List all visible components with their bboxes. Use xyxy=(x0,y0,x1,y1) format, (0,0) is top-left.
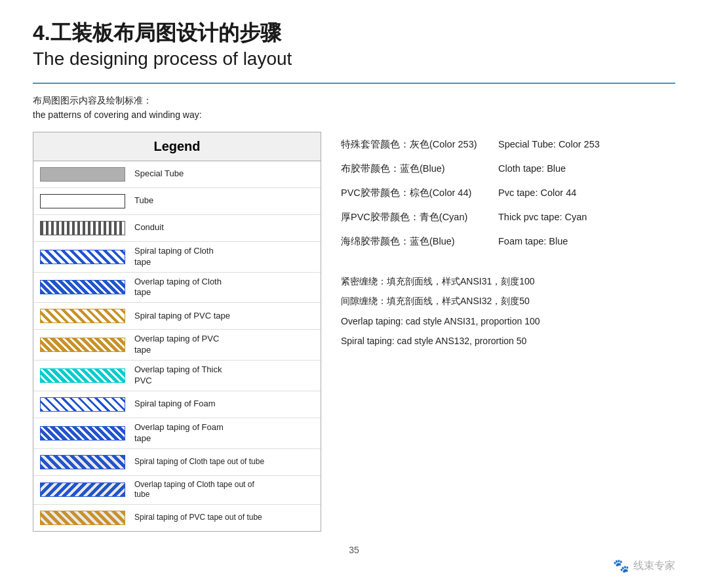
overlap-cloth-icon xyxy=(40,278,125,296)
watermark-text: 线束专家 xyxy=(633,559,675,573)
subtitle-section: 布局图图示内容及绘制标准： the patterns of covering a… xyxy=(33,93,675,123)
info-bottom-row: Overlap taping: cad style ANSI31, propor… xyxy=(341,314,675,328)
watermark: 🐾 线束专家 xyxy=(613,558,675,574)
info-english: Thick pvc tape: Cyan xyxy=(498,212,587,222)
info-row: 海绵胶带颜色：蓝色(Blue) Foam tape: Blue xyxy=(341,235,675,248)
info-bottom-row: 间隙缠绕：填充剖面线，样式ANSI32，刻度50 xyxy=(341,294,675,308)
conduit-icon xyxy=(40,219,125,237)
info-english: Cloth tape: Blue xyxy=(498,163,566,174)
list-item: Overlap taping of Cloth tape out oftube xyxy=(33,476,321,505)
legend-header: Legend xyxy=(33,132,321,161)
info-chinese: 布胶带颜色：蓝色(Blue) xyxy=(341,163,485,175)
title-english: The designing process of layout xyxy=(33,47,675,71)
tube-icon xyxy=(40,192,125,210)
legend-label: Spiral taping of Cloth tape out of tube xyxy=(134,457,264,467)
subtitle-line2: the patterns of covering and winding way… xyxy=(33,108,675,122)
list-item: Tube xyxy=(33,188,321,215)
special-tube-icon xyxy=(40,165,125,184)
info-bottom-row: Spiral taping: cad style ANS132, prorort… xyxy=(341,334,675,348)
info-english: Special Tube: Color 253 xyxy=(498,139,600,149)
title-chinese: 4.工装板布局图设计的步骤 xyxy=(33,20,675,47)
watermark-icon: 🐾 xyxy=(613,558,629,574)
overlap-thick-icon xyxy=(40,366,125,385)
list-item: Overlap taping of ThickPVC xyxy=(33,361,321,391)
page-number: 35 xyxy=(33,545,675,555)
legend-label: Spiral taping of Clothtape xyxy=(134,246,214,268)
info-row: 特殊套管颜色：灰色(Color 253) Special Tube: Color… xyxy=(341,138,675,151)
content-area: Legend Special Tube Tube Conduit xyxy=(33,132,675,532)
info-panel: 特殊套管颜色：灰色(Color 253) Special Tube: Color… xyxy=(341,132,675,354)
info-chinese: 厚PVC胶带颜色：青色(Cyan) xyxy=(341,211,485,224)
info-section-bottom: 紧密缠绕：填充剖面线，样式ANSI31，刻度100 间隙缠绕：填充剖面线，样式A… xyxy=(341,274,675,349)
list-item: Spiral taping of PVC tape out of tube xyxy=(33,505,321,531)
list-item: Spiral taping of Clothtape xyxy=(33,242,321,273)
info-section-top: 特殊套管颜色：灰色(Color 253) Special Tube: Color… xyxy=(341,138,675,248)
legend-label: Overlap taping of Clothtape xyxy=(134,277,222,299)
info-bottom-row: 紧密缠绕：填充剖面线，样式ANSI31，刻度100 xyxy=(341,274,675,288)
info-row: PVC胶带颜色：棕色(Color 44) Pvc tape: Color 44 xyxy=(341,187,675,199)
divider xyxy=(33,83,675,84)
legend-label: Spiral taping of PVC tape xyxy=(134,311,230,322)
list-item: Conduit xyxy=(33,215,321,242)
spiral-cloth-out-icon xyxy=(40,453,125,471)
list-item: Spiral taping of Foam xyxy=(33,391,321,418)
info-chinese: 海绵胶带颜色：蓝色(Blue) xyxy=(341,235,485,248)
info-row: 布胶带颜色：蓝色(Blue) Cloth tape: Blue xyxy=(341,163,675,175)
info-english: Foam tape: Blue xyxy=(498,236,568,246)
legend-label: Special Tube xyxy=(134,168,184,180)
info-chinese: PVC胶带颜色：棕色(Color 44) xyxy=(341,187,485,199)
spiral-foam-icon xyxy=(40,395,125,414)
subtitle-line1: 布局图图示内容及绘制标准： xyxy=(33,93,675,108)
title-section: 4.工装板布局图设计的步骤 The designing process of l… xyxy=(33,20,675,71)
legend-label: Overlap taping of Cloth tape out oftube xyxy=(134,480,254,500)
legend-label: Spiral taping of Foam xyxy=(134,399,216,410)
list-item: Overlap taping of Clothtape xyxy=(33,273,321,304)
legend-label: Overlap taping of Foamtape xyxy=(134,422,224,444)
info-row: 厚PVC胶带颜色：青色(Cyan) Thick pvc tape: Cyan xyxy=(341,211,675,224)
legend-label: Spiral taping of PVC tape out of tube xyxy=(134,513,262,523)
legend-label: Tube xyxy=(134,195,153,206)
info-english: Pvc tape: Color 44 xyxy=(498,187,576,198)
legend-label: Conduit xyxy=(134,222,164,233)
list-item: Special Tube xyxy=(33,161,321,188)
list-item: Spiral taping of PVC tape xyxy=(33,303,321,330)
list-item: Spiral taping of Cloth tape out of tube xyxy=(33,449,321,476)
info-chinese: 特殊套管颜色：灰色(Color 253) xyxy=(341,138,485,151)
overlap-foam-icon xyxy=(40,424,125,442)
overlap-pvc-icon xyxy=(40,336,125,354)
list-item: Overlap taping of Foamtape xyxy=(33,418,321,449)
spiral-pvc-out-icon xyxy=(40,509,125,527)
overlap-cloth-out-icon xyxy=(40,480,125,499)
spiral-cloth-icon xyxy=(40,248,125,266)
legend-label: Overlap taping of PVCtape xyxy=(134,334,219,356)
list-item: Overlap taping of PVCtape xyxy=(33,330,321,361)
legend-box: Legend Special Tube Tube Conduit xyxy=(33,132,321,532)
spiral-pvc-icon xyxy=(40,307,125,325)
legend-label: Overlap taping of ThickPVC xyxy=(134,364,222,387)
